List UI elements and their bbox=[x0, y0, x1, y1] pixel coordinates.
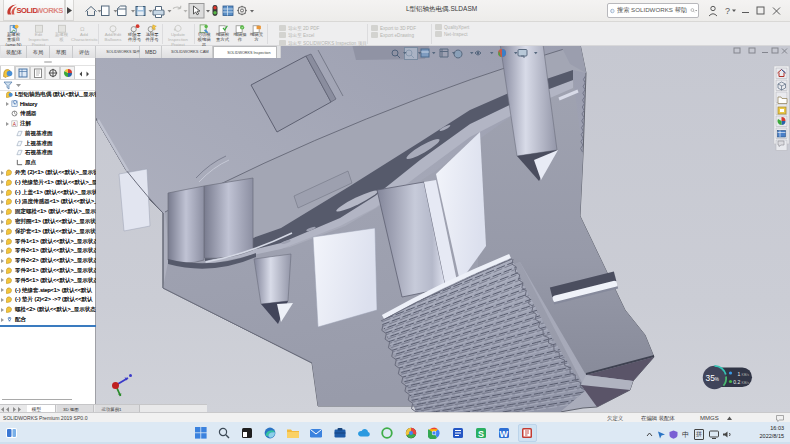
svg-text:S: S bbox=[478, 429, 484, 439]
svg-text:Ω: Ω bbox=[80, 25, 85, 31]
svg-text:W: W bbox=[500, 429, 509, 439]
svg-text:?: ? bbox=[725, 6, 730, 16]
svg-text:WORKS: WORKS bbox=[36, 6, 63, 15]
svg-text:i: i bbox=[612, 9, 613, 13]
